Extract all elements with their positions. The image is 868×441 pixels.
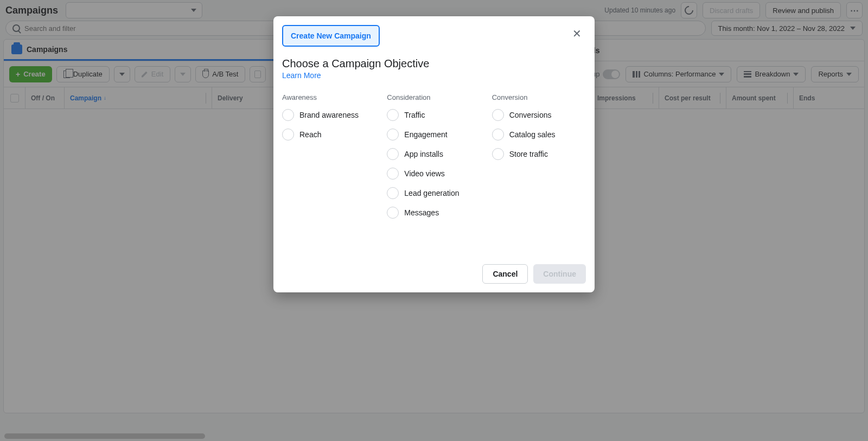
objective-label: App installs <box>404 150 443 158</box>
objective-catalog-sales[interactable]: Catalog sales <box>492 129 586 140</box>
objective-video-views[interactable]: Video views <box>387 168 481 180</box>
objective-label: Messages <box>404 208 439 217</box>
conversion-column: Conversion Conversions Catalog sales Sto… <box>492 93 586 226</box>
objective-traffic[interactable]: Traffic <box>387 109 481 121</box>
create-campaign-modal: Create New Campaign ✕ Choose a Campaign … <box>273 16 595 292</box>
objective-engagement[interactable]: Engagement <box>387 129 481 140</box>
objective-brand-awareness[interactable]: Brand awareness <box>282 109 376 121</box>
objective-label: Lead generation <box>404 189 459 197</box>
close-button[interactable]: ✕ <box>568 25 586 42</box>
modal-overlay: Create New Campaign ✕ Choose a Campaign … <box>0 0 868 441</box>
radio-icon <box>492 148 504 160</box>
modal-title: Choose a Campaign Objective <box>282 57 586 70</box>
radio-icon <box>387 129 399 140</box>
awareness-header: Awareness <box>282 93 376 101</box>
radio-icon <box>282 109 294 121</box>
objective-label: Conversions <box>509 111 552 119</box>
objective-reach[interactable]: Reach <box>282 129 376 140</box>
conversion-header: Conversion <box>492 93 586 101</box>
learn-more-link[interactable]: Learn More <box>282 71 321 80</box>
radio-icon <box>387 148 399 160</box>
objective-label: Video views <box>404 169 444 178</box>
radio-icon <box>387 207 399 219</box>
radio-icon <box>387 168 399 180</box>
modal-tab-create[interactable]: Create New Campaign <box>282 25 380 47</box>
radio-icon <box>492 129 504 140</box>
objective-label: Traffic <box>404 111 425 119</box>
radio-icon <box>387 109 399 121</box>
continue-button[interactable]: Continue <box>533 264 586 284</box>
radio-icon <box>282 129 294 140</box>
cancel-button[interactable]: Cancel <box>482 264 528 284</box>
objective-label: Engagement <box>404 130 447 139</box>
objective-lead-generation[interactable]: Lead generation <box>387 187 481 199</box>
awareness-column: Awareness Brand awareness Reach <box>282 93 376 226</box>
objective-label: Store traffic <box>509 150 548 158</box>
objective-app-installs[interactable]: App installs <box>387 148 481 160</box>
objective-conversions[interactable]: Conversions <box>492 109 586 121</box>
objective-label: Catalog sales <box>509 130 556 139</box>
objective-label: Reach <box>299 130 321 139</box>
close-icon: ✕ <box>572 28 582 40</box>
objective-store-traffic[interactable]: Store traffic <box>492 148 586 160</box>
consideration-header: Consideration <box>387 93 481 101</box>
objective-messages[interactable]: Messages <box>387 207 481 219</box>
objective-label: Brand awareness <box>299 111 359 119</box>
radio-icon <box>492 109 504 121</box>
consideration-column: Consideration Traffic Engagement App ins… <box>387 93 481 226</box>
radio-icon <box>387 187 399 199</box>
